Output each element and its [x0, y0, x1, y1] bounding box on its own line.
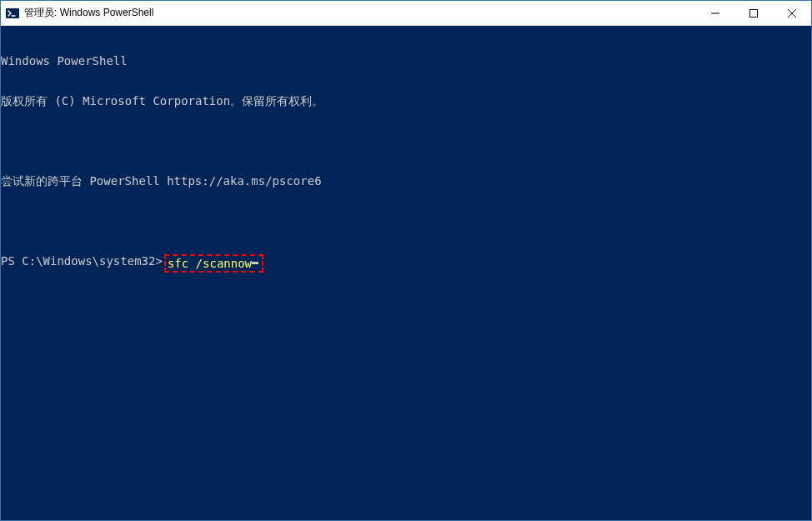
minimize-button[interactable] [696, 1, 734, 26]
terminal-line: 尝试新的跨平台 PowerShell https://aka.ms/pscore… [1, 174, 811, 188]
command-highlight-box: sfc /scannow [164, 254, 263, 273]
terminal-area[interactable]: Windows PowerShell 版权所有 (C) Microsoft Co… [1, 26, 811, 520]
prompt-text: PS C:\Windows\system32> [1, 254, 163, 268]
window-title: 管理员: Windows PowerShell [24, 6, 153, 20]
terminal-line [1, 134, 811, 148]
close-button[interactable] [773, 1, 811, 26]
cursor [252, 262, 258, 264]
terminal-line: Windows PowerShell [1, 54, 811, 68]
titlebar-left: 管理员: Windows PowerShell [6, 6, 153, 20]
terminal-line: 版权所有 (C) Microsoft Corporation。保留所有权利。 [1, 94, 811, 108]
svg-rect-3 [750, 10, 758, 18]
command-text: sfc /scannow [168, 257, 252, 270]
titlebar[interactable]: 管理员: Windows PowerShell [1, 1, 811, 26]
maximize-button[interactable] [734, 1, 773, 26]
prompt-line: PS C:\Windows\system32> sfc /scannow [1, 254, 811, 273]
powershell-window: 管理员: Windows PowerShell Windows PowerShe… [0, 0, 812, 521]
svg-rect-0 [6, 8, 19, 18]
powershell-icon [6, 7, 19, 20]
window-controls [696, 1, 811, 25]
terminal-line [1, 214, 811, 228]
